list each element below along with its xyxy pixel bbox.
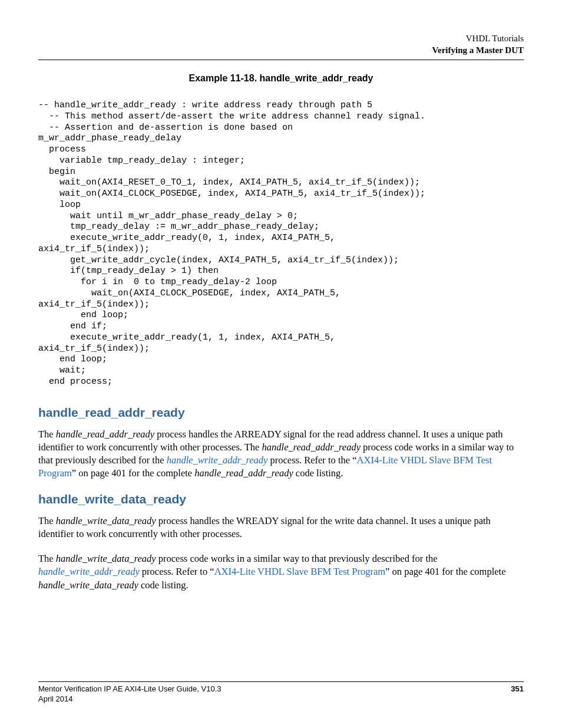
text: process code works in a similar way to t…	[156, 553, 438, 564]
section-heading-write-data: handle_write_data_ready	[38, 492, 524, 506]
page-header: VHDL Tutorials Verifying a Master DUT	[38, 33, 524, 60]
text: code listing.	[293, 467, 343, 479]
text: code listing.	[138, 579, 189, 591]
para-read-addr: The handle_read_addr_ready process handl…	[38, 428, 524, 480]
code-listing: -- handle_write_addr_ready : write addre…	[38, 100, 524, 388]
footer-title: Mentor Verification IP AE AXI4-Lite User…	[38, 684, 221, 694]
text: The	[38, 515, 56, 526]
page-footer: Mentor Verification IP AE AXI4-Lite User…	[38, 681, 524, 704]
term: handle_read_addr_ready	[262, 442, 361, 453]
term: handle_write_data_ready	[56, 553, 156, 564]
header-section: Verifying a Master DUT	[38, 45, 524, 57]
term: handle_read_addr_ready	[56, 429, 154, 440]
text: process. Refer to the “	[267, 454, 356, 466]
footer-date: April 2014	[38, 694, 221, 704]
term: handle_write_data_ready	[56, 515, 156, 526]
link-axi4-slave-bfm-test-2[interactable]: AXI4-Lite VHDL Slave BFM Test Program	[214, 566, 385, 577]
term: handle_read_addr_ready	[194, 467, 293, 479]
term: handle_write_data_ready	[38, 579, 138, 591]
header-chapter: VHDL Tutorials	[38, 33, 524, 45]
link-handle-write-addr-ready-2[interactable]: handle_write_addr_ready	[38, 566, 140, 577]
text: The	[38, 553, 56, 564]
para-write-data-2: The handle_write_data_ready process code…	[38, 552, 524, 592]
footer-page-number: 351	[511, 684, 524, 704]
section-heading-read-addr: handle_read_addr_ready	[38, 406, 524, 420]
text: ” on page 401 for the complete	[72, 467, 194, 479]
para-write-data-1: The handle_write_data_ready process hand…	[38, 515, 524, 541]
text: The	[38, 429, 56, 440]
link-handle-write-addr-ready[interactable]: handle_write_addr_ready	[167, 454, 268, 466]
text: process. Refer to “	[140, 566, 214, 577]
text: ” on page 401 for the complete	[385, 566, 505, 577]
example-title: Example 11-18. handle_write_addr_ready	[38, 73, 524, 84]
